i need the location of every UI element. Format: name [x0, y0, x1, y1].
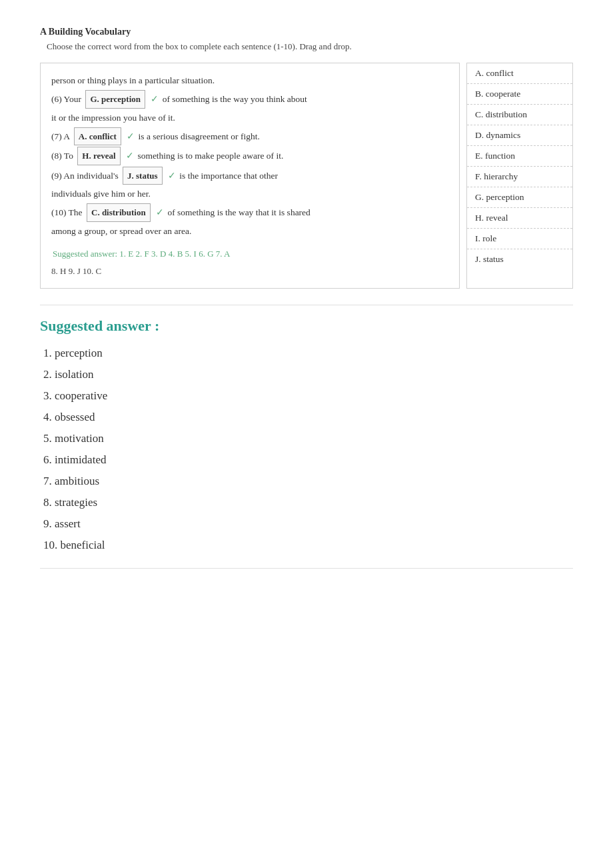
sentence-6-suffix: of something is the way you think about — [163, 94, 307, 104]
answer-item-6: 6. intimidated — [40, 453, 573, 467]
word-box-item-j[interactable]: J. status — [467, 249, 572, 269]
checkmark-7: ✓ — [127, 131, 135, 141]
answer-item-8: 8. strategies — [40, 496, 573, 509]
answer-item-3: 3. cooperative — [40, 389, 573, 403]
sentence-10b-text: among a group, or spread over an area. — [51, 226, 191, 236]
answer-tag-10: C. distribution — [87, 203, 151, 221]
word-box-item-a[interactable]: A. conflict — [467, 63, 572, 84]
answer-item-5: 5. motivation — [40, 432, 573, 445]
sentence-9: (9) An individual's J. status ✓ is the i… — [51, 167, 448, 185]
word-box-item-g[interactable]: G. perception — [467, 187, 572, 208]
checkmark-8: ✓ — [126, 151, 134, 161]
divider-1 — [40, 305, 573, 305]
answer-item-2: 2. isolation — [40, 368, 573, 381]
answer-item-4: 4. obsessed — [40, 411, 573, 424]
checkmark-9: ✓ — [168, 171, 176, 181]
sentence-6b: it or the impression you have of it. — [51, 110, 448, 126]
answer-item-7: 7. ambitious — [40, 475, 573, 488]
word-box-item-d[interactable]: D. dynamics — [467, 125, 572, 146]
suggested-answers-inline-line2: 8. H 9. J 10. C — [51, 263, 448, 279]
answer-tag-9: J. status — [123, 167, 163, 185]
word-box-item-f[interactable]: F. hierarchy — [467, 167, 572, 187]
sentence-intro: person or thing plays in a particular si… — [51, 73, 448, 89]
sentence-6: (6) Your G. perception ✓ of something is… — [51, 90, 448, 108]
sentence-10-suffix: of something is the way that it is share… — [167, 207, 310, 217]
word-box-item-e[interactable]: E. function — [467, 146, 572, 167]
sentence-7-prefix: (7) A — [51, 131, 69, 141]
sentence-9b: individuals give him or her. — [51, 186, 448, 202]
sentence-intro-text: person or thing plays in a particular si… — [51, 75, 215, 85]
answer-tag-7: A. conflict — [74, 127, 121, 145]
sentence-10: (10) The C. distribution ✓ of something … — [51, 203, 448, 221]
sentence-10-prefix: (10) The — [51, 207, 83, 217]
instruction: Choose the correct word from the box to … — [40, 41, 573, 52]
answer-tag-6: G. perception — [85, 90, 145, 108]
section-title: A Building Vocabulary — [40, 27, 573, 37]
sentence-7: (7) A A. conflict ✓ is a serious disagre… — [51, 127, 448, 145]
word-box: A. conflict B. cooperate C. distribution… — [466, 63, 573, 289]
sentence-8-prefix: (8) To — [51, 151, 73, 161]
sentence-6-prefix: (6) Your — [51, 94, 81, 104]
answer-tag-8: H. reveal — [77, 147, 120, 165]
sentence-9-prefix: (9) An individual's — [51, 171, 119, 181]
word-box-item-i[interactable]: I. role — [467, 229, 572, 249]
bottom-divider — [40, 568, 573, 569]
answer-item-10: 10. beneficial — [40, 539, 573, 552]
answer-item-1: 1. perception — [40, 347, 573, 360]
checkmark-6: ✓ — [151, 94, 159, 104]
checkmark-10: ✓ — [156, 207, 164, 217]
exercise-container: person or thing plays in a particular si… — [40, 63, 573, 289]
sentence-8: (8) To H. reveal ✓ something is to make … — [51, 147, 448, 165]
sentence-10b: among a group, or spread over an area. — [51, 223, 448, 239]
sentence-6b-text: it or the impression you have of it. — [51, 113, 175, 123]
sentences-panel: person or thing plays in a particular si… — [40, 63, 460, 289]
sentence-9b-text: individuals give him or her. — [51, 189, 151, 199]
word-box-item-b[interactable]: B. cooperate — [467, 84, 572, 105]
sentence-8-suffix: something is to make people aware of it. — [137, 151, 283, 161]
suggested-answer-title: Suggested answer : — [40, 317, 573, 335]
word-box-item-c[interactable]: C. distribution — [467, 105, 572, 125]
word-box-item-h[interactable]: H. reveal — [467, 208, 572, 229]
answer-list: 1. perception 2. isolation 3. cooperativ… — [40, 347, 573, 552]
sentence-7-suffix: is a serious disagreement or fight. — [139, 131, 260, 141]
suggested-answers-inline-line1: Suggested answer: 1. E 2. F 3. D 4. B 5.… — [51, 246, 448, 261]
sentence-9-suffix: is the importance that other — [179, 171, 278, 181]
answer-item-9: 9. assert — [40, 517, 573, 531]
